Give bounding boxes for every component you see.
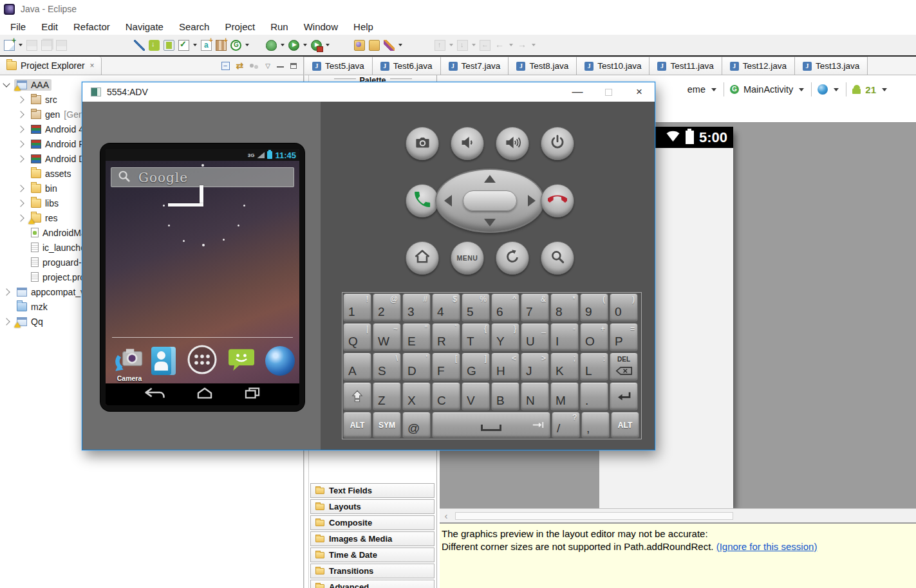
phone-screen[interactable]: 3G 11:45 Google [106,149,299,405]
expand-arrow-icon[interactable] [17,140,24,147]
expand-arrow-icon[interactable] [3,80,10,87]
menu-project[interactable]: Project [217,19,263,34]
emulator-dpad[interactable] [435,169,545,233]
key-C[interactable]: C [432,382,460,410]
emulator-button-power[interactable] [541,127,574,160]
toolbar-icon-new-android-test[interactable] [216,40,227,51]
key-enter[interactable] [610,382,638,410]
horizontal-scrollbar[interactable]: ‹ [440,508,916,522]
nav-back-icon[interactable] [144,386,167,403]
dpad-right-icon[interactable] [528,195,536,207]
key-del[interactable]: DEL [610,353,638,381]
nav-recents-icon[interactable] [243,386,262,403]
key-N[interactable]: N [521,382,549,410]
emulator-button-camera[interactable] [406,127,439,160]
key-K[interactable]: K; [550,353,579,381]
key-A[interactable]: A [343,353,371,381]
key-L[interactable]: L: [580,353,608,381]
toolbar-icon-new-wizard[interactable] [4,40,15,51]
key-S[interactable]: S\ [373,353,401,381]
key-7[interactable]: 7& [521,293,549,322]
key-D[interactable]: D' [402,353,431,381]
menu-navigate[interactable]: Navigate [118,19,171,34]
expand-arrow-icon[interactable] [17,199,24,207]
dpad-up-icon[interactable] [484,175,496,183]
key-M[interactable]: M [550,382,579,410]
editor-tab-test8-java[interactable]: JTest8.java [509,57,577,75]
palette-category-layouts[interactable]: Layouts [310,499,435,514]
emulator-button-home[interactable] [406,241,439,275]
key-ALT[interactable]: ALT [343,412,371,438]
toolbar-icon-open-perspective[interactable] [354,40,365,51]
scroll-left-icon[interactable]: ‹ [440,510,453,521]
key-R[interactable]: R` [432,323,460,351]
toolbar-icon-run[interactable] [288,40,299,51]
toolbar-icon-new-android-app[interactable] [201,40,212,51]
key-@[interactable]: @ [402,412,431,438]
dpad-left-icon[interactable] [444,195,452,207]
dpad-center-button[interactable] [463,190,517,211]
key-B[interactable]: B [491,382,519,410]
toolbar-icon-caret[interactable] [281,44,285,46]
expand-arrow-icon[interactable] [17,125,24,133]
key-shift[interactable] [343,382,371,410]
key-G[interactable]: G] [462,353,490,381]
toolbar-icon-avd-manager[interactable] [164,40,174,51]
dock-messaging[interactable] [227,340,256,382]
menu-edit[interactable]: Edit [33,19,66,34]
toolbar-icon-caret[interactable] [398,44,402,46]
key-1[interactable]: 1! [343,293,371,322]
dock-browser[interactable] [265,340,295,382]
key-X[interactable]: X [402,382,431,410]
toolbar-icon-run-external[interactable] [311,40,322,51]
toolbar-icon-caret[interactable] [245,44,249,46]
editor-tab-test11-java[interactable]: JTest11.java [650,57,722,75]
key-.[interactable]: . [580,382,608,410]
key-F[interactable]: F[ [432,353,460,381]
menu-search[interactable]: Search [171,19,218,34]
expand-arrow-icon[interactable] [17,214,24,221]
palette-category-images-media[interactable]: Images & Media [310,531,435,546]
palette-category-time-date[interactable]: Time & Date [310,547,435,562]
key-0[interactable]: 0) [610,293,638,322]
toolbar-icon-caret[interactable] [193,44,197,46]
key-J[interactable]: J> [521,353,549,381]
editor-tab-test10-java[interactable]: JTest10.java [577,57,650,75]
scrollbar-track[interactable] [455,512,733,520]
minimize-view-icon[interactable] [277,66,284,69]
key-I[interactable]: I- [550,323,579,351]
palette-category-advanced[interactable]: Advanced [310,580,435,588]
menu-help[interactable]: Help [346,19,381,34]
key-P[interactable]: P= [610,323,638,351]
key-9[interactable]: 9( [580,293,608,322]
emulator-titlebar[interactable]: 5554:ADV — × [82,82,655,102]
tab-project-explorer[interactable]: Project Explorer × [0,57,102,75]
dpad-down-icon[interactable] [484,219,496,226]
toolbar-icon-open-resource[interactable] [369,40,380,51]
key-8[interactable]: 8* [550,293,579,322]
palette-category-composite[interactable]: Composite [310,515,435,530]
palette-category-text-fields[interactable]: Text Fields [310,483,435,498]
toolbar-icon-pencil[interactable] [134,40,145,51]
menu-window[interactable]: Window [296,19,346,34]
key-W[interactable]: W~ [373,323,401,351]
maximize-view-icon[interactable] [290,63,297,69]
locale-dropdown[interactable] [818,84,840,95]
toolbar-icon-sdk-manager[interactable] [149,40,160,51]
minimize-button[interactable]: — [562,82,593,102]
emulator-button-back[interactable] [496,241,529,275]
key-Z[interactable]: Z [373,382,401,410]
menu-refactor[interactable]: Refactor [66,19,118,34]
editor-tab-test5-java[interactable]: JTest5.java [304,57,373,75]
maximize-button[interactable] [593,82,624,102]
emulator-button-call[interactable] [406,184,439,217]
toolbar-icon-caret[interactable] [19,44,23,46]
expand-arrow-icon[interactable] [3,288,10,295]
toolbar-icon-caret[interactable] [303,44,307,46]
editor-tab-test13-java[interactable]: JTest13.java [795,57,868,75]
key-T[interactable]: T{ [462,323,490,351]
key-Q[interactable]: Q| [343,323,371,351]
menu-file[interactable]: File [3,19,33,34]
menu-run[interactable]: Run [263,19,296,34]
expand-arrow-icon[interactable] [17,96,24,103]
